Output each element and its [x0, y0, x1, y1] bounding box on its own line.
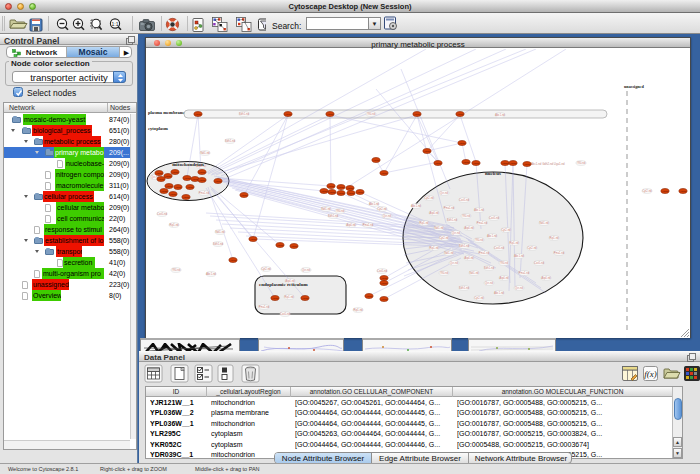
svg-text:Ndi1-nd: Ndi1-nd: [200, 151, 210, 155]
svg-text:Abc1p: Abc1p: [230, 259, 237, 262]
svg-text:Ndi1-nd: Ndi1-nd: [215, 230, 225, 234]
svg-text:Abc1p: Abc1p: [348, 192, 355, 195]
svg-text:Qcr-nd: Qcr-nd: [452, 231, 460, 235]
svg-text:Abc1p: Abc1p: [328, 185, 335, 188]
svg-text:Rip1-nd: Rip1-nd: [169, 223, 179, 227]
svg-text:Abc1p: Abc1p: [381, 172, 388, 175]
svg-text:Cyt2-nd: Cyt2-nd: [642, 189, 652, 193]
svg-text:Pma1-nd: Pma1-nd: [259, 305, 270, 309]
svg-text:Ndi1-nd: Ndi1-nd: [321, 207, 331, 211]
svg-text:Abc1p: Abc1p: [366, 295, 373, 298]
svg-text:cytoplasm: cytoplasm: [148, 126, 168, 131]
svg-text:Abc1p: Abc1p: [381, 282, 388, 285]
svg-text:Abc1p: Abc1p: [435, 162, 442, 165]
svg-text:Cox5-nd: Cox5-nd: [534, 261, 544, 265]
svg-text:Abc1p: Abc1p: [459, 142, 466, 145]
svg-text:Sdh1-nd: Sdh1-nd: [328, 214, 338, 218]
svg-text:Abc1p: Abc1p: [524, 163, 531, 166]
svg-text:Abc1p: Abc1p: [502, 162, 509, 165]
svg-text:Yfl0-nd: Yfl0-nd: [336, 209, 345, 213]
svg-text:Sdh1-nd: Sdh1-nd: [459, 286, 469, 290]
svg-text:Abc1-nd: Abc1-nd: [487, 234, 497, 238]
svg-text:Sdh1-nd: Sdh1-nd: [459, 244, 469, 248]
svg-text:Abc1-nd Gdh2-nd Uga1-nd: Abc1-nd Gdh2-nd Uga1-nd: [531, 162, 565, 166]
svg-text:Qcr-nd: Qcr-nd: [383, 214, 391, 218]
svg-text:Abc1p: Abc1p: [172, 171, 179, 174]
svg-text:Abc1p: Abc1p: [241, 194, 248, 197]
svg-text:Abc1-nd: Abc1-nd: [369, 202, 379, 206]
svg-text:Abc1p: Abc1p: [424, 150, 431, 153]
svg-text:Abc1p: Abc1p: [183, 196, 190, 199]
svg-text:Abc1p: Abc1p: [338, 192, 345, 195]
svg-text:Abc1-nd: Abc1-nd: [495, 113, 505, 117]
svg-text:Abc1p: Abc1p: [373, 159, 380, 162]
svg-text:Abc1p: Abc1p: [250, 238, 257, 241]
svg-text:Abc1-nd: Abc1-nd: [474, 208, 484, 212]
svg-text:Cox5-nd: Cox5-nd: [157, 212, 167, 216]
svg-text:Abc1p: Abc1p: [357, 191, 364, 194]
svg-text:Cox5-nd: Cox5-nd: [489, 216, 499, 220]
svg-text:Rip1-nd: Rip1-nd: [509, 241, 519, 245]
svg-text:Rip1-nd: Rip1-nd: [549, 236, 559, 240]
svg-text:Atp4-nd: Atp4-nd: [429, 211, 439, 215]
svg-text:Yfl0-nd: Yfl0-nd: [172, 268, 181, 272]
svg-text:Pma1-nd: Pma1-nd: [554, 251, 565, 255]
svg-text:Abc1p: Abc1p: [329, 191, 336, 194]
svg-text:Yfl0-nd: Yfl0-nd: [500, 261, 509, 265]
svg-text:Abc1p: Abc1p: [338, 186, 345, 189]
svg-text:Abc1p: Abc1p: [302, 297, 309, 300]
svg-text:Abc1p: Abc1p: [473, 162, 480, 165]
svg-text:Sdh1-nd: Sdh1-nd: [239, 112, 249, 116]
svg-text:Sdh1-nd: Sdh1-nd: [484, 266, 494, 270]
svg-text:Abc1p: Abc1p: [272, 297, 279, 300]
svg-text:Atp4-nd: Atp4-nd: [464, 256, 474, 260]
svg-text:Abc1p: Abc1p: [195, 113, 202, 116]
svg-text:Pma1-nd: Pma1-nd: [519, 271, 530, 275]
svg-text:Abc1p: Abc1p: [175, 186, 182, 189]
svg-text:Abc1-nd: Abc1-nd: [514, 254, 524, 258]
svg-text:Atp4-nd: Atp4-nd: [464, 226, 474, 230]
svg-text:Abc1p: Abc1p: [662, 190, 669, 193]
svg-text:Rip1-nd: Rip1-nd: [284, 295, 294, 299]
svg-text:Pma1-nd: Pma1-nd: [199, 191, 210, 195]
svg-text:Abc1p: Abc1p: [463, 161, 470, 164]
svg-text:Atp4-nd: Atp4-nd: [346, 223, 356, 227]
svg-text:Abc1p: Abc1p: [161, 190, 168, 193]
svg-text:Sdh1-nd: Sdh1-nd: [213, 242, 223, 246]
svg-text:Cox5-nd: Cox5-nd: [377, 269, 387, 273]
svg-text:Pma1-nd: Pma1-nd: [444, 206, 455, 210]
svg-text:Abc1p: Abc1p: [277, 244, 284, 247]
svg-text:Abc1p: Abc1p: [327, 113, 334, 116]
svg-text:Abc1p: Abc1p: [285, 113, 292, 116]
svg-text:Qcr-nd: Qcr-nd: [485, 281, 493, 285]
svg-text:Abc1p: Abc1p: [165, 175, 172, 178]
svg-text:mitochondrion: mitochondrion: [172, 162, 204, 167]
svg-text:Cox5-nd: Cox5-nd: [459, 198, 469, 202]
svg-text:Ndi1-nd: Ndi1-nd: [469, 271, 479, 275]
svg-text:Abc1-nd: Abc1-nd: [494, 291, 504, 295]
svg-text:Cyt2-nd: Cyt2-nd: [474, 296, 484, 300]
svg-text:nucleus: nucleus: [485, 171, 501, 176]
svg-text:Cyt2-nd: Cyt2-nd: [527, 246, 537, 250]
svg-text:Cox5-nd: Cox5-nd: [280, 312, 290, 316]
svg-text:Qcr-nd: Qcr-nd: [515, 286, 523, 290]
svg-text:Abc1p: Abc1p: [187, 186, 194, 189]
svg-text:Abc1p: Abc1p: [156, 172, 163, 175]
svg-text:Rip1-nd: Rip1-nd: [353, 308, 363, 312]
svg-text:Cyt2-nd: Cyt2-nd: [439, 236, 449, 240]
svg-text:Pma1-nd: Pma1-nd: [363, 223, 374, 227]
svg-text:Cox5-nd: Cox5-nd: [494, 246, 504, 250]
svg-text:f(x): f(x): [644, 369, 657, 379]
svg-text:Atp4-nd: Atp4-nd: [499, 276, 509, 280]
svg-text:Qcr-nd: Qcr-nd: [440, 191, 448, 195]
svg-text:Abc1p: Abc1p: [414, 113, 421, 116]
svg-text:Ndi1-nd: Ndi1-nd: [434, 226, 444, 230]
svg-text:Pma1-nd: Pma1-nd: [477, 221, 488, 225]
svg-text:Sdh1-nd: Sdh1-nd: [447, 218, 457, 222]
svg-text:Abc1p: Abc1p: [321, 190, 328, 193]
svg-text:Yfl0-nd: Yfl0-nd: [577, 161, 586, 165]
svg-text:plasma membrane: plasma membrane: [148, 110, 184, 115]
svg-text:Sdh1-nd: Sdh1-nd: [225, 139, 235, 143]
svg-text:endoplasmic reticulum: endoplasmic reticulum: [259, 282, 308, 287]
svg-text:Abc1p: Abc1p: [199, 171, 206, 174]
